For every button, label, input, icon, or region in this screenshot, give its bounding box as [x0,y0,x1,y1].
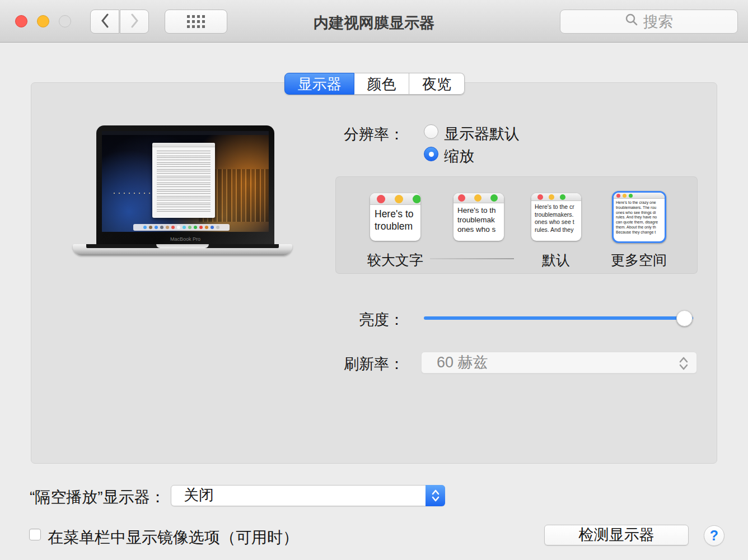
airplay-display-label: “隔空播放”显示器： [30,487,166,508]
detect-displays-button[interactable]: 检测显示器 [544,525,689,545]
tab-night-shift[interactable]: 夜览 [409,73,465,95]
radio-default-for-display-label[interactable]: 显示器默认 [444,124,520,144]
updown-chevron-icon [431,488,441,503]
tab-color[interactable]: 颜色 [354,73,409,95]
thumb-titlebar [370,193,420,205]
mini-document-titlebar [152,143,215,147]
resolution-label: 分辨率： [287,124,404,144]
updown-chevron-icon [678,356,689,371]
thumb-titlebar [614,193,665,199]
macbook-wallpaper [102,131,269,232]
search-placeholder: 搜索 [643,12,674,32]
show-mirroring-options-checkbox[interactable] [29,529,41,540]
macbook-screen: MacBook Pro [96,125,274,244]
mini-document-text-lines [157,151,211,213]
mini-menu-bar [102,131,269,135]
macbook-display-illustration: MacBook Pro [73,124,292,255]
scaling-label-more-space: 更多空间 [594,251,684,269]
macbook-brand-label: MacBook Pro [96,236,274,242]
refresh-rate-dropdown[interactable]: 60 赫兹 [421,352,697,374]
scaling-separator-line [430,258,514,259]
system-preferences-display-window: { "titlebar": { "title": "内建视网膜显示器", "se… [0,0,748,560]
scaling-label-larger-text: 较大文字 [350,251,440,269]
thumb-preview-text: Here's to th troublemak ones who s [454,203,504,234]
refresh-rate-value: 60 赫兹 [437,354,488,371]
thumb-titlebar [531,193,581,201]
thumb-titlebar [454,193,504,203]
help-button[interactable]: ? [704,525,724,546]
radio-scaled[interactable] [424,147,438,161]
radio-default-for-display[interactable] [424,124,438,139]
thumb-preview-text: Here's to troublem [370,205,420,232]
radio-scaled-label[interactable]: 缩放 [444,146,474,166]
dropdown-arrows-button[interactable] [426,485,445,506]
title-bar: 内建视网膜显示器 搜索 [0,0,748,43]
search-icon [625,13,638,30]
thumb-preview-text: Here's to the cr troublemakers. ones who… [531,201,581,234]
scaling-option-default[interactable]: Here's to the cr troublemakers. ones who… [531,193,581,241]
airplay-display-value: 关闭 [184,487,214,503]
brightness-slider-knob[interactable] [676,310,693,326]
scaling-option-2[interactable]: Here's to th troublemak ones who s [454,193,504,241]
scaling-options-panel: Here's to troublem Here's to th troublem… [335,176,698,274]
tab-display[interactable]: 显示器 [284,73,354,95]
mini-dock [133,224,230,231]
scaling-option-more-space-selected[interactable]: Here's to the crazy one troublemakers. T… [612,191,666,243]
macbook-base [73,244,292,255]
search-input[interactable]: 搜索 [560,10,738,34]
refresh-rate-label: 刷新率： [287,354,404,374]
thumb-preview-text: Here's to the crazy one troublemakers. T… [614,199,665,235]
mini-document-window [152,143,215,218]
macbook-trackpad-notch [156,244,209,248]
scaling-label-default: 默认 [511,251,601,269]
brightness-slider-track[interactable] [424,316,693,320]
airplay-display-dropdown[interactable]: 关闭 [171,485,445,506]
scaling-option-larger-text[interactable]: Here's to troublem [370,193,420,241]
tab-bar: 显示器 颜色 夜览 [284,73,465,95]
show-mirroring-options-label[interactable]: 在菜单栏中显示镜像选项（可用时） [48,527,298,548]
brightness-label: 亮度： [287,310,404,330]
